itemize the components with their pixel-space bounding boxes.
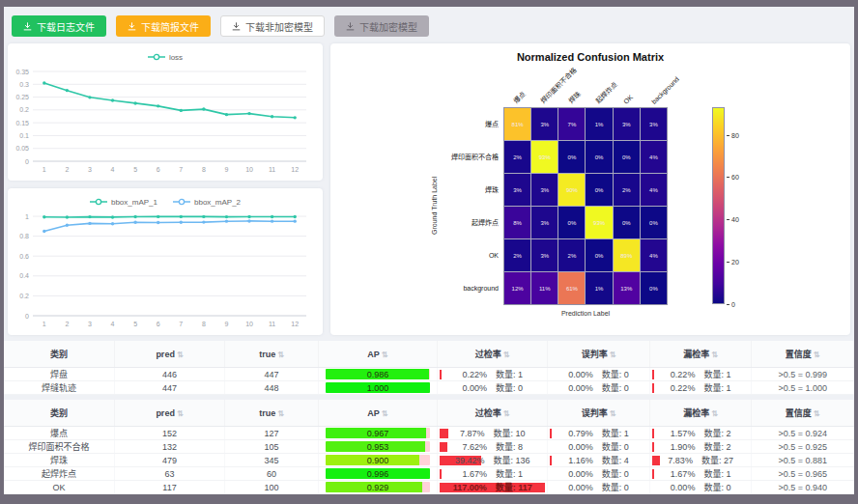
column-header-AP[interactable]: AP⇅	[318, 341, 437, 368]
matrix-cell: 12%	[504, 272, 530, 304]
missed-cell: 7.83%数量: 27	[649, 454, 752, 467]
svg-text:0.1: 0.1	[19, 132, 29, 139]
prediction-axis-label: Prediction Label	[503, 310, 668, 317]
colorbar-tick-mark	[727, 135, 729, 136]
colorbar-gradient	[712, 107, 725, 304]
matrix-cell: 3%	[531, 207, 558, 238]
ap-value: 0.967	[326, 428, 430, 438]
true-cell: 345	[225, 454, 319, 467]
sort-icon[interactable]: ⇅	[610, 409, 616, 418]
summary-metrics-table: 类别pred⇅true⇅AP⇅过检率⇅误判率⇅漏检率⇅置信度⇅焊盘4464470…	[4, 341, 854, 395]
class-cell: 爆点	[4, 427, 114, 440]
column-header-置信度[interactable]: 置信度⇅	[752, 400, 854, 427]
sort-icon[interactable]: ⇅	[814, 409, 820, 418]
svg-text:0.2: 0.2	[19, 106, 29, 113]
rate-bar	[652, 456, 660, 465]
true-cell: 100	[225, 481, 319, 494]
rate-bar	[440, 469, 442, 479]
matrix-cell: 0%	[641, 272, 667, 304]
rate-qty: 数量: 1	[703, 381, 730, 394]
colorbar-tick: 60	[727, 174, 739, 181]
sort-icon[interactable]: ⇅	[503, 409, 510, 418]
table-row: OK1171000.929117.00%数量: 1170.00%数量: 00.0…	[4, 481, 854, 494]
matrix-cell: 81%	[504, 108, 530, 140]
download-button-2[interactable]: 下载简报文件	[116, 15, 211, 37]
overdetect-cell: 0.00%数量: 0	[438, 381, 548, 395]
rate-bar	[440, 429, 448, 438]
rate-cell: 7.62%数量: 8	[440, 441, 545, 453]
legend-item-bbox_mAP_2[interactable]: bbox_mAP_2	[173, 198, 241, 207]
sort-icon[interactable]: ⇅	[610, 350, 616, 359]
column-header-漏检率[interactable]: 漏检率⇅	[649, 341, 752, 368]
confusion-matrix-area: Ground Truth Label 爆点焊印面积不合格焊珠起焊炸点OKback…	[330, 63, 850, 317]
rate-bar	[550, 429, 552, 438]
column-header-误判率[interactable]: 误判率⇅	[548, 341, 650, 368]
matrix-cell: 61%	[558, 272, 585, 304]
column-header-置信度[interactable]: 置信度⇅	[752, 341, 854, 368]
sort-icon[interactable]: ⇅	[177, 350, 184, 359]
svg-text:9: 9	[225, 166, 229, 173]
rate-qty: 数量: 0	[602, 368, 629, 380]
rate-bar	[652, 469, 654, 479]
sort-icon[interactable]: ⇅	[177, 409, 184, 418]
column-header-pred[interactable]: pred⇅	[114, 341, 224, 368]
table-row: 焊盘4464470.9860.22%数量: 10.00%数量: 00.22%数量…	[4, 368, 854, 381]
rate-qty: 数量: 1	[602, 427, 629, 439]
download-icon	[128, 22, 136, 31]
matrix-cell: 2%	[614, 174, 640, 206]
download-button-3[interactable]: 下载非加密模型	[220, 15, 325, 37]
rate-value: 0.79%	[568, 429, 593, 438]
sort-icon[interactable]: ⇅	[382, 350, 388, 359]
map-chart-card: bbox_mAP_1bbox_mAP_2 00.20.40.60.8112345…	[8, 188, 323, 335]
confusion-matrix-card: Normalized Confusion Matrix Ground Truth…	[330, 43, 850, 335]
sort-icon[interactable]: ⇅	[382, 409, 388, 418]
column-header-过检率[interactable]: 过检率⇅	[438, 400, 548, 427]
rate-value: 0.22%	[671, 370, 696, 379]
colorbar-tick: 0	[727, 301, 735, 308]
column-header-误判率[interactable]: 误判率⇅	[548, 400, 650, 427]
sort-icon[interactable]: ⇅	[711, 350, 718, 359]
column-header-过检率[interactable]: 过检率⇅	[438, 341, 548, 368]
column-header-pred[interactable]: pred⇅	[114, 400, 224, 427]
svg-text:0.05: 0.05	[15, 145, 29, 152]
column-header-true[interactable]: true⇅	[225, 341, 319, 368]
rate-cell: 0.00%数量: 0	[550, 369, 647, 380]
svg-text:12: 12	[291, 166, 299, 173]
true-cell: 105	[225, 440, 319, 454]
misjudge-cell: 0.00%数量: 0	[548, 368, 650, 381]
rate-value: 0.00%	[568, 370, 593, 379]
matrix-cell: 0%	[558, 141, 585, 173]
map-chart: 00.20.40.60.81123456789101112	[8, 210, 315, 330]
sort-icon[interactable]: ⇅	[277, 350, 284, 359]
svg-text:1: 1	[43, 321, 46, 327]
svg-text:3: 3	[88, 321, 92, 327]
legend-item-bbox_mAP_1[interactable]: bbox_mAP_1	[90, 198, 157, 207]
true-cell: 60	[225, 467, 319, 481]
sort-icon[interactable]: ⇅	[277, 409, 284, 418]
legend-line-icon	[173, 198, 190, 206]
rate-value: 1.90%	[671, 442, 696, 452]
matrix-column-labels: 爆点焊印面积不合格焊珠起焊炸点OKbackground	[503, 63, 668, 107]
rate-value: 7.83%	[668, 456, 693, 465]
column-header-AP[interactable]: AP⇅	[318, 400, 437, 427]
sort-icon[interactable]: ⇅	[503, 350, 510, 359]
sort-icon[interactable]: ⇅	[711, 409, 718, 418]
column-header-漏检率[interactable]: 漏检率⇅	[649, 400, 752, 427]
missed-cell: 0.00%数量: 0	[649, 481, 752, 494]
rate-qty: 数量: 117	[496, 481, 532, 493]
sort-icon[interactable]: ⇅	[814, 350, 820, 359]
class-cell: 焊印面积不合格	[4, 440, 114, 454]
rate-value: 39.42%	[455, 456, 485, 465]
table-row: 爆点1521270.9677.87%数量: 100.79%数量: 11.57%数…	[4, 427, 854, 440]
misjudge-cell: 0.79%数量: 1	[548, 427, 650, 440]
download-button-1[interactable]: 下载日志文件	[12, 15, 106, 37]
column-header-true[interactable]: true⇅	[225, 400, 319, 427]
column-header-类别: 类别	[4, 400, 114, 427]
legend-item-loss[interactable]: loss	[148, 53, 183, 62]
download-button-4[interactable]: 下载加密模型	[334, 15, 429, 37]
matrix-cell: 93%	[586, 207, 612, 238]
svg-text:7: 7	[179, 166, 183, 173]
matrix-row-label: 焊珠	[440, 173, 503, 206]
ap-value: 1.000	[326, 382, 430, 393]
rate-value: 0.00%	[568, 469, 593, 479]
